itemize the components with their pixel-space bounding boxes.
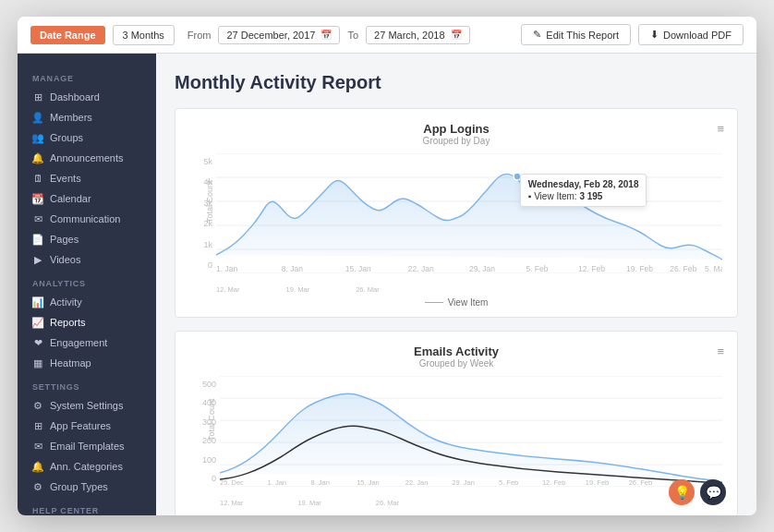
chart1-menu-icon[interactable]: ≡	[717, 122, 724, 136]
sidebar-item-dashboard[interactable]: ⊞ Dashboard	[18, 87, 156, 107]
download-pdf-button[interactable]: ⬇ Download PDF	[638, 24, 744, 45]
from-date-value: 27 December, 2017	[226, 30, 315, 41]
chat-button[interactable]: 💬	[700, 479, 726, 505]
sidebar-item-engagement[interactable]: ❤ Engagement	[18, 332, 156, 353]
sidebar-item-label: Pages	[50, 234, 79, 245]
heatmap-icon: ▦	[32, 357, 43, 369]
svg-text:1. Jan: 1. Jan	[268, 478, 286, 487]
sidebar-item-label: Announcements	[50, 152, 124, 163]
sidebar-item-members[interactable]: 👤 Members	[18, 107, 156, 127]
sidebar-item-label: App Features	[50, 420, 111, 431]
svg-text:26. Feb: 26. Feb	[629, 478, 652, 487]
emails-activity-chart: 25. Dec 1. Jan 8. Jan 15. Jan 22. Jan 29…	[220, 376, 722, 487]
analytics-section-title: ANALYTICS	[18, 270, 156, 292]
edit-icon: ✎	[533, 29, 541, 41]
svg-text:12. Mar: 12. Mar	[216, 285, 240, 294]
sidebar-item-videos[interactable]: ▶ Videos	[18, 249, 156, 270]
settings-section-title: SETTINGS	[18, 373, 156, 395]
chart2-title: Emails Activity	[190, 345, 722, 358]
sidebar-item-reports[interactable]: 📈 Reports	[18, 312, 156, 332]
communication-icon: ✉	[32, 213, 43, 224]
sidebar-item-announcements[interactable]: 🔔 Announcements	[18, 148, 156, 168]
sidebar-item-label: Ann. Categories	[50, 461, 123, 472]
svg-text:26. Mar: 26. Mar	[376, 499, 400, 507]
from-label: From	[187, 30, 212, 41]
svg-text:8. Jan: 8. Jan	[310, 478, 329, 487]
sidebar-item-label: Groups	[50, 132, 83, 143]
svg-text:19. Feb: 19. Feb	[586, 478, 609, 487]
sidebar-item-groups[interactable]: 👥 Groups	[18, 127, 156, 148]
svg-text:22. Jan: 22. Jan	[408, 264, 434, 273]
top-bar: Date Range 3 Months From 27 December, 20…	[18, 17, 756, 54]
members-icon: 👤	[32, 112, 43, 123]
events-icon: 🗓	[32, 173, 43, 184]
engagement-icon: ❤	[32, 337, 43, 348]
page-title: Monthly Activity Report	[175, 72, 738, 93]
svg-text:12. Mar: 12. Mar	[220, 499, 244, 507]
sidebar-item-communication[interactable]: ✉ Communication	[18, 209, 156, 229]
sidebar-item-app-features[interactable]: ⊞ App Features	[18, 416, 156, 436]
app-logins-chart-card: App Logins Grouped by Day ≡ 5k 4k 3k 2k …	[175, 108, 738, 318]
svg-text:12. Feb: 12. Feb	[542, 478, 565, 487]
edit-report-button[interactable]: ✎ Edit This Report	[521, 24, 631, 45]
emails-activity-chart-card: Emails Activity Grouped by Week ≡ 500 40…	[175, 331, 738, 515]
svg-point-6	[514, 173, 521, 180]
videos-icon: ▶	[32, 254, 43, 265]
svg-text:26. Feb: 26. Feb	[670, 264, 696, 273]
sidebar-item-label: Heatmap	[50, 357, 91, 369]
group-types-icon: ⚙	[32, 481, 43, 492]
calendar-icon-to: 📅	[451, 30, 462, 40]
sidebar-item-label: Activity	[50, 296, 82, 308]
svg-text:5. Feb: 5. Feb	[499, 478, 518, 487]
to-date-input[interactable]: 27 March, 2018 📅	[366, 26, 469, 44]
svg-text:19. Feb: 19. Feb	[626, 264, 653, 273]
system-settings-icon: ⚙	[32, 400, 43, 411]
svg-text:19. Mar: 19. Mar	[297, 499, 321, 507]
bulb-button[interactable]: 💡	[669, 479, 695, 505]
calendar-icon: 📆	[32, 193, 43, 204]
chart2-subtitle: Grouped by Week	[190, 358, 722, 369]
chart2-menu-icon[interactable]: ≡	[717, 345, 724, 358]
to-label: To	[347, 30, 358, 41]
sidebar-item-ann-categories[interactable]: 🔔 Ann. Categories	[18, 456, 156, 477]
sidebar: MANAGE ⊞ Dashboard 👤 Members 👥 Groups 🔔 …	[18, 54, 156, 515]
svg-text:8. Jan: 8. Jan	[282, 264, 303, 273]
sidebar-item-system-settings[interactable]: ⚙ System Settings	[18, 395, 156, 416]
sidebar-item-heatmap[interactable]: ▦ Heatmap	[18, 353, 156, 373]
to-date-value: 27 March, 2018	[374, 30, 444, 41]
svg-text:5. Mar: 5. Mar	[705, 264, 722, 273]
dashboard-icon: ⊞	[32, 91, 43, 103]
svg-text:25. Dec: 25. Dec	[220, 478, 244, 487]
chart1-title: App Logins	[190, 122, 722, 136]
sidebar-item-calendar[interactable]: 📆 Calendar	[18, 188, 156, 209]
sidebar-item-label: Reports	[50, 317, 86, 328]
sidebar-item-label: Calendar	[50, 193, 91, 204]
sidebar-item-events[interactable]: 🗓 Events	[18, 168, 156, 188]
help-section-title: HELP CENTER	[18, 497, 156, 515]
main-layout: MANAGE ⊞ Dashboard 👤 Members 👥 Groups 🔔 …	[18, 54, 756, 515]
sidebar-item-pages[interactable]: 📄 Pages	[18, 229, 156, 249]
svg-text:29. Jan: 29. Jan	[469, 264, 495, 273]
legend-line-icon	[425, 302, 443, 304]
sidebar-item-label: Members	[50, 112, 92, 123]
ann-categories-icon: 🔔	[32, 461, 43, 472]
sidebar-item-group-types[interactable]: ⚙ Group Types	[18, 477, 156, 497]
sidebar-item-email-templates[interactable]: ✉ Email Templates	[18, 436, 156, 456]
sidebar-item-activity[interactable]: 📊 Activity	[18, 292, 156, 312]
content-area: Monthly Activity Report App Logins Group…	[156, 54, 756, 515]
chart1-legend: View Item	[190, 297, 722, 308]
chart1-subtitle: Grouped by Day	[190, 136, 722, 146]
sidebar-item-label: Videos	[50, 254, 80, 265]
from-date-input[interactable]: 27 December, 2017 📅	[218, 26, 340, 44]
pages-icon: 📄	[32, 234, 43, 245]
chart2-header: Emails Activity Grouped by Week	[190, 345, 722, 369]
date-range-button[interactable]: Date Range	[30, 26, 105, 44]
months-button[interactable]: 3 Months	[113, 25, 175, 45]
svg-text:22. Jan: 22. Jan	[405, 478, 429, 487]
chart1-legend-label: View Item	[448, 297, 489, 308]
calendar-icon-from: 📅	[320, 30, 332, 40]
app-window: Date Range 3 Months From 27 December, 20…	[18, 17, 756, 515]
download-icon: ⬇	[650, 29, 659, 41]
svg-text:15. Jan: 15. Jan	[345, 264, 371, 273]
announcements-icon: 🔔	[32, 152, 43, 163]
